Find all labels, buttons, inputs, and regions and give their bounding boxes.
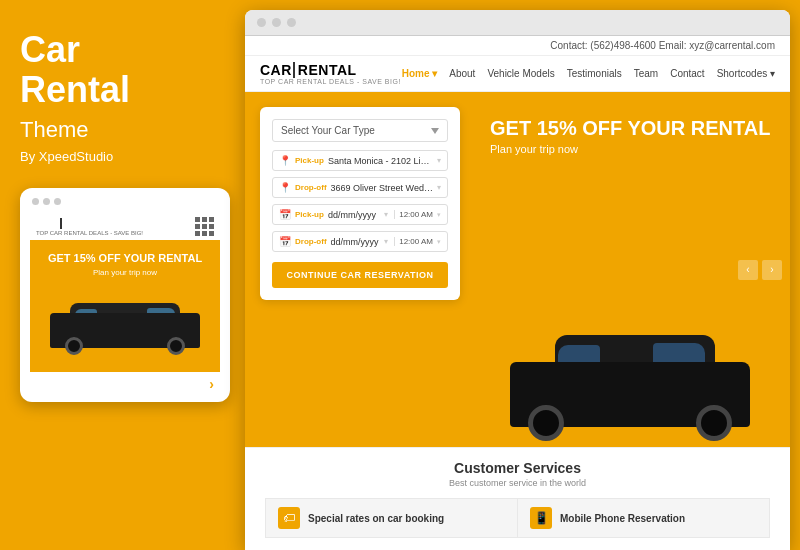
car-wheel-right bbox=[167, 337, 185, 355]
mobile-next-arrow[interactable]: › bbox=[30, 372, 220, 392]
dot-3 bbox=[54, 198, 61, 205]
hero-car-wheel-right bbox=[696, 405, 732, 441]
mobile-grid-icon bbox=[195, 217, 214, 236]
cs-item-1-text: Special rates on car booking bbox=[308, 513, 444, 524]
hero-next-button[interactable]: › bbox=[762, 260, 782, 280]
special-rates-icon: 🏷 bbox=[278, 507, 300, 529]
pickup-time-arrow: ▾ bbox=[437, 211, 441, 219]
hero-section: Select Your Car Type 📍 Pick-up Santa Mon… bbox=[245, 92, 790, 447]
cs-subtitle: Best customer service in the world bbox=[265, 478, 770, 488]
dropoff-date-icon: 📅 bbox=[279, 236, 291, 247]
nav-vehicles[interactable]: Vehicle Models bbox=[487, 68, 554, 79]
hero-subtitle: Plan your trip now bbox=[490, 143, 775, 155]
hero-navigation: ‹ › bbox=[738, 260, 790, 280]
nav-logo: CARRENTAL TOP CAR RENTAL DEALS - SAVE BI… bbox=[260, 62, 401, 85]
nav-contact[interactable]: Contact bbox=[670, 68, 704, 79]
mobile-logo: CARRENTAL TOP CAR RENTAL DEALS - SAVE BI… bbox=[36, 218, 143, 236]
nav-testimonials[interactable]: Testimonials bbox=[567, 68, 622, 79]
site-nav: CARRENTAL TOP CAR RENTAL DEALS - SAVE BI… bbox=[245, 56, 790, 92]
pickup-location-value: Santa Monica - 2102 Lincoln Blvd bbox=[328, 156, 433, 166]
pickup-time-value: 12:00 AM bbox=[394, 210, 433, 219]
continue-reservation-button[interactable]: CONTINUE CAR RESERVATION bbox=[272, 262, 448, 288]
mobile-mockup: CARRENTAL TOP CAR RENTAL DEALS - SAVE BI… bbox=[20, 188, 230, 402]
customer-services-section: Customer Services Best customer service … bbox=[245, 447, 790, 550]
pickup-date-label: Pick-up bbox=[295, 210, 324, 219]
mobile-logo-sub: TOP CAR RENTAL DEALS - SAVE BIG! bbox=[36, 230, 143, 236]
nav-links: Home ▾ About Vehicle Models Testimonials… bbox=[402, 68, 775, 79]
dropoff-location-icon: 📍 bbox=[279, 182, 291, 193]
car-shape bbox=[45, 285, 205, 360]
pickup-date-value: dd/mm/yyyy bbox=[328, 210, 380, 220]
chrome-dot-2 bbox=[272, 18, 281, 27]
dropoff-location-row[interactable]: 📍 Drop-off 3669 Oliver Street Wedgwood T… bbox=[272, 177, 448, 198]
nav-team[interactable]: Team bbox=[634, 68, 658, 79]
browser-mockup: Contact: (562)498-4600 Email: xyz@carren… bbox=[245, 10, 790, 550]
chrome-dot-3 bbox=[287, 18, 296, 27]
cs-items: 🏷 Special rates on car booking 📱 Mobile … bbox=[265, 498, 770, 538]
dropoff-date-label: Drop-off bbox=[295, 237, 327, 246]
nav-logo-sub: TOP CAR RENTAL DEALS - SAVE BIG! bbox=[260, 78, 401, 85]
chrome-dot-1 bbox=[257, 18, 266, 27]
dropoff-location-value: 3669 Oliver Street Wedgwood Texa bbox=[331, 183, 433, 193]
mobile-reservation-icon: 📱 bbox=[530, 507, 552, 529]
left-title: CarRental bbox=[20, 30, 225, 109]
dropoff-date-arrow: ▾ bbox=[384, 237, 388, 246]
dropoff-date-row[interactable]: 📅 Drop-off dd/mm/yyyy ▾ 12:00 AM ▾ bbox=[272, 231, 448, 252]
dropoff-location-arrow: ▾ bbox=[437, 183, 441, 192]
dropoff-date-value: dd/mm/yyyy bbox=[331, 237, 381, 247]
nav-about[interactable]: About bbox=[449, 68, 475, 79]
pickup-date-icon: 📅 bbox=[279, 209, 291, 220]
pickup-location-icon: 📍 bbox=[279, 155, 291, 166]
reservation-form: Select Your Car Type 📍 Pick-up Santa Mon… bbox=[260, 107, 460, 300]
dropoff-time-value: 12:00 AM bbox=[394, 237, 433, 246]
mobile-hero-title: GET 15% OFF YOUR RENTAL bbox=[40, 252, 210, 265]
mobile-logo-text: CARRENTAL bbox=[36, 218, 143, 229]
cs-item-2: 📱 Mobile Phone Reservation bbox=[517, 498, 770, 538]
cs-item-1: 🏷 Special rates on car booking bbox=[265, 498, 517, 538]
dot-1 bbox=[32, 198, 39, 205]
pickup-location-label: Pick-up bbox=[295, 156, 324, 165]
cs-item-2-text: Mobile Phone Reservation bbox=[560, 513, 685, 524]
car-wheel-left bbox=[65, 337, 83, 355]
pickup-location-row[interactable]: 📍 Pick-up Santa Monica - 2102 Lincoln Bl… bbox=[272, 150, 448, 171]
nav-home[interactable]: Home ▾ bbox=[402, 68, 438, 79]
cs-title: Customer Services bbox=[265, 460, 770, 476]
hero-car-image bbox=[500, 297, 760, 447]
hero-prev-button[interactable]: ‹ bbox=[738, 260, 758, 280]
mobile-logo-bar: CARRENTAL TOP CAR RENTAL DEALS - SAVE BI… bbox=[30, 213, 220, 240]
mobile-hero-sub: Plan your trip now bbox=[40, 268, 210, 277]
left-panel: CarRental Theme By XpeedStudio CARRENTAL… bbox=[0, 0, 245, 550]
pickup-location-arrow: ▾ bbox=[437, 156, 441, 165]
dropoff-location-label: Drop-off bbox=[295, 183, 327, 192]
left-by: By XpeedStudio bbox=[20, 149, 225, 164]
nav-logo-text: CARRENTAL bbox=[260, 62, 401, 78]
mobile-top-dots bbox=[30, 198, 220, 205]
site-topbar: Contact: (562)498-4600 Email: xyz@carren… bbox=[245, 36, 790, 56]
nav-shortcodes[interactable]: Shortcodes ▾ bbox=[717, 68, 775, 79]
pickup-date-row[interactable]: 📅 Pick-up dd/mm/yyyy ▾ 12:00 AM ▾ bbox=[272, 204, 448, 225]
hero-title: GET 15% OFF YOUR RENTAL bbox=[490, 117, 775, 139]
left-subtitle: Theme bbox=[20, 117, 225, 143]
browser-chrome bbox=[245, 10, 790, 36]
car-type-select[interactable]: Select Your Car Type bbox=[272, 119, 448, 142]
mobile-hero: GET 15% OFF YOUR RENTAL Plan your trip n… bbox=[30, 240, 220, 372]
hero-car-wheel-left bbox=[528, 405, 564, 441]
dropoff-time-arrow: ▾ bbox=[437, 238, 441, 246]
dot-2 bbox=[43, 198, 50, 205]
pickup-date-arrow: ▾ bbox=[384, 210, 388, 219]
mobile-car-image bbox=[45, 285, 205, 360]
topbar-contact: Contact: (562)498-4600 Email: xyz@carren… bbox=[550, 40, 775, 51]
